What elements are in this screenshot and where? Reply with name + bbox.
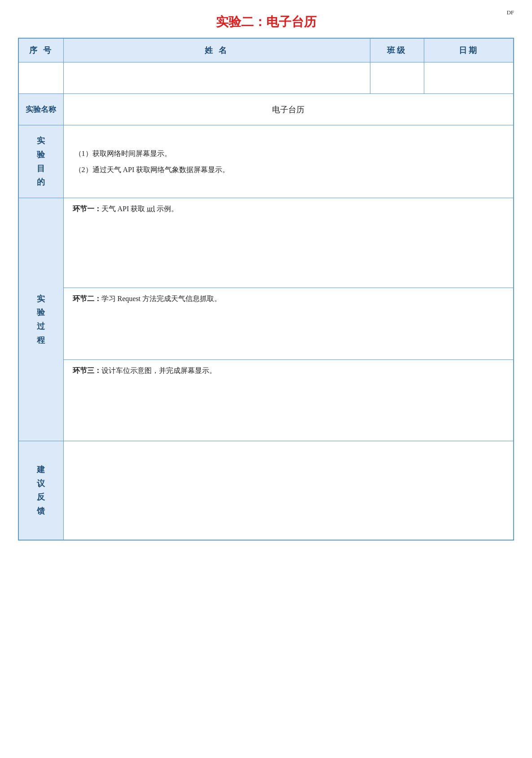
exp-name-row: 实验名称 电子台历 bbox=[18, 94, 514, 125]
info-input-row bbox=[18, 62, 514, 94]
process-section-3: 环节三：设计车位示意图，并完成屏幕显示。 bbox=[64, 360, 514, 441]
class-input-cell[interactable] bbox=[370, 62, 424, 94]
process-section-1: 环节一：天气 API 获取 url 示例。 bbox=[64, 198, 514, 288]
exp-process-label-cell: 实 验 过 程 bbox=[18, 198, 63, 441]
exp-process-row: 实 验 过 程 环节一：天气 API 获取 url 示例。 环节二：学习 Req… bbox=[18, 198, 514, 441]
process-section-1-title: 环节一：天气 API 获取 url 示例。 bbox=[73, 204, 505, 214]
col-class-header: 班级 bbox=[370, 38, 424, 62]
seq-input-cell[interactable] bbox=[18, 62, 63, 94]
col-date-header: 日期 bbox=[424, 38, 514, 62]
exp-process-content-cell: 环节一：天气 API 获取 url 示例。 环节二：学习 Request 方法完… bbox=[63, 198, 514, 441]
process-section-2-prefix: 环节二： bbox=[73, 295, 101, 302]
exp-process-label: 实 验 过 程 bbox=[22, 293, 60, 347]
exp-purpose-line1: （1）获取网络时间屏幕显示。 bbox=[75, 146, 503, 161]
exp-purpose-content: （1）获取网络时间屏幕显示。 （2）通过天气 API 获取网络气象数据屏幕显示。 bbox=[63, 125, 514, 198]
exp-purpose-label: 实 验 目 的 bbox=[22, 134, 60, 189]
exp-name-label: 实验名称 bbox=[18, 94, 63, 125]
process-section-1-prefix: 环节一： bbox=[73, 205, 101, 213]
name-input-cell[interactable] bbox=[63, 62, 370, 94]
process-section-2-title: 环节二：学习 Request 方法完成天气信息抓取。 bbox=[73, 294, 505, 304]
exp-purpose-row: 实 验 目 的 （1）获取网络时间屏幕显示。 （2）通过天气 API 获取网络气… bbox=[18, 125, 514, 198]
table-header-row: 序 号 姓 名 班级 日期 bbox=[18, 38, 514, 62]
col-name-header: 姓 名 bbox=[63, 38, 370, 62]
main-table: 序 号 姓 名 班级 日期 实验名称 电子台历 实 验 目 bbox=[18, 38, 514, 541]
feedback-label: 建 议 反 馈 bbox=[22, 450, 60, 531]
col-seq-header: 序 号 bbox=[18, 38, 63, 62]
process-section-3-prefix: 环节三： bbox=[73, 367, 101, 374]
date-input-cell[interactable] bbox=[424, 62, 514, 94]
url-underline: url bbox=[147, 205, 155, 213]
process-section-2: 环节二：学习 Request 方法完成天气信息抓取。 bbox=[64, 288, 514, 360]
feedback-label-cell: 建 议 反 馈 bbox=[18, 441, 63, 540]
exp-purpose-label-cell: 实 验 目 的 bbox=[18, 125, 63, 198]
process-section-3-title: 环节三：设计车位示意图，并完成屏幕显示。 bbox=[73, 366, 505, 376]
feedback-content-cell[interactable] bbox=[63, 441, 514, 540]
exp-name-value: 电子台历 bbox=[63, 94, 514, 125]
feedback-row: 建 议 反 馈 bbox=[18, 441, 514, 540]
exp-purpose-line2: （2）通过天气 API 获取网络气象数据屏幕显示。 bbox=[75, 162, 503, 177]
process-section-3-main: 设计车位示意图，并完成屏幕显示。 bbox=[101, 367, 216, 374]
process-section-1-main: 天气 API 获取 url 示例。 bbox=[101, 205, 179, 213]
process-section-2-main: 学习 Request 方法完成天气信息抓取。 bbox=[101, 295, 222, 302]
page-title: 实验二：电子台历 DF bbox=[18, 13, 514, 31]
df-label: DF bbox=[506, 9, 514, 16]
